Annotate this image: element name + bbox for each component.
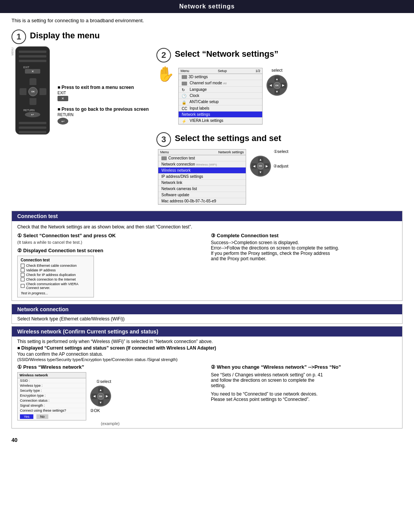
wireless-col-right: ② When you change “Wireless network” -->…	[211, 364, 397, 426]
wireless-screen-row: Wireless network SSID : Wireless type : …	[17, 372, 203, 420]
wireless-row-6: Connect using these settings?	[18, 408, 86, 413]
wireless-header: Wireless network (Confirm Current settin…	[12, 327, 402, 337]
exit-note-title: ■ Press to exit from a menu screen	[58, 85, 149, 90]
net-conn-text: Select Network type (Ethernet cable/Wire…	[17, 316, 125, 322]
menu-row-5: CC Input labels	[179, 105, 262, 112]
step3-select-label: ①select	[274, 149, 289, 154]
conn-test-col-right: ③ Complete Connection test Success-->Com…	[211, 233, 397, 297]
wireless-step1-title: ① Press “Wireless network”	[17, 364, 203, 370]
net-conn-title: Network connection	[17, 306, 69, 312]
menu-row-1: Channel surf mode All	[179, 80, 262, 86]
nm-row-7: Mac address 00-0b-97-7c-65-e9	[158, 198, 246, 204]
wireless-mock-bottom: Yes No	[18, 413, 86, 420]
wireless-step2-title: ② When you change “Wireless network” -->…	[211, 364, 397, 370]
conn-test-title: Connection test	[17, 213, 58, 219]
nm-row-0: Connection test	[158, 155, 246, 161]
remote-control-step1: MENU EXIT ✕ OK	[15, 46, 50, 135]
wireless-note: ■ Displayed “Current settings and status…	[17, 345, 397, 351]
conn-test-header: Connection test	[12, 211, 402, 221]
wireless-body: This setting is performed only when “Wir…	[12, 337, 402, 428]
nm-row-wireless: Wireless network	[158, 167, 246, 174]
step3-remote-area: ①select ▲ ▼ ◀ ▶ OK	[250, 149, 288, 177]
nm-row-5: Network cameras list	[158, 186, 246, 192]
menu-row-7: ⚡ VIERA Link settings	[179, 118, 262, 124]
wireless-desc: This setting is performed only when “Wir…	[17, 339, 397, 344]
conn-check-2: Check for IP address duplication	[21, 273, 90, 277]
wireless-step2-text: See “Sets / Changes wireless network set…	[211, 372, 397, 388]
wireless-row-3: Encryption type :	[18, 393, 86, 398]
menu-row-4: 🔒 ANT/Cable setup	[179, 99, 262, 105]
return-btn-label: RETURN	[58, 113, 149, 117]
return-btn-icon: ↩	[58, 118, 68, 125]
wireless-row-4: Connection status :	[18, 398, 86, 403]
conn-test-col-left: ① Select “Connection test” and press OK …	[17, 233, 203, 297]
step2-number: 2	[156, 48, 171, 62]
wireless-ok-label: ②OK	[90, 408, 100, 413]
conn-progress: Test in progress...	[21, 291, 90, 295]
step3-title: Select the settings and set	[175, 133, 281, 143]
step1-title: Display the menu	[30, 31, 100, 41]
menu-row-2: ↻ Language	[179, 87, 262, 93]
conn-step3-title: ③ Complete Connection test	[211, 233, 397, 238]
dpad[interactable]: OK	[20, 78, 46, 105]
conn-screen-mock: Connection test Check Ethernet cable con…	[17, 256, 94, 297]
step3-number: 3	[156, 132, 171, 147]
wireless-row-0: SSID :	[18, 378, 86, 383]
exit-note: ■ Press to exit from a menu screen EXIT …	[58, 85, 149, 101]
connection-test-section: Connection test Check that the Network s…	[12, 211, 402, 301]
wireless-yes-btn[interactable]: Yes	[20, 414, 33, 419]
nm-row-6: Software update	[158, 192, 246, 198]
menu-row-0: 3D settings	[179, 74, 262, 80]
side-notes: ■ Press to exit from a menu screen EXIT …	[58, 46, 149, 125]
nm-row-3: IP address/DNS settings	[158, 174, 246, 180]
step3-content: Menu Network settings Connection test Ne…	[158, 149, 288, 205]
wireless-row-5: Signal strength :	[18, 403, 86, 408]
conn-check-4: Check communication with VIERA Connect s…	[21, 282, 90, 290]
page-wrapper: Network settings This is a setting for c…	[0, 0, 414, 445]
return-note-title: ■ Press to go back to the previous scree…	[58, 107, 149, 112]
step2-select-label: select	[271, 68, 283, 72]
header-title: Network settings	[179, 3, 235, 10]
main-content: This is a setting for connecting to a br…	[0, 13, 414, 435]
wireless-cols: ① Press “Wireless network” Wireless netw…	[17, 364, 397, 426]
step3-header: 3 Select the settings and set	[156, 131, 288, 147]
step3-remote-row: ▲ ▼ ◀ ▶ OK	[250, 156, 288, 177]
check-box-0	[21, 264, 25, 268]
conn-screen-title: Connection test	[21, 258, 90, 262]
wireless-title: Wireless network (Confirm Current settin…	[17, 328, 158, 335]
page-number: 40	[0, 435, 414, 445]
wireless-row-1: Wireless type :	[18, 383, 86, 388]
net-conn-header: Network connection	[12, 304, 402, 314]
net-conn-body: Select Network type (Ethernet cable/Wire…	[12, 314, 402, 323]
exit-btn-icon: ✕	[58, 96, 68, 101]
network-menu-header: Menu Network settings	[158, 149, 246, 155]
step3-area: 3 Select the settings and set Menu Netwo…	[156, 131, 288, 205]
step2-menu-mock: Menu Setup 1/2 3D settings Channel surf …	[178, 68, 263, 125]
step2-header: 2 Select “Network settings”	[156, 46, 288, 62]
conn-check-0: Check Ethernet cable connection	[21, 264, 90, 268]
wireless-screen-mock: Wireless network SSID : Wireless type : …	[17, 372, 86, 420]
conn-step1-sub: (It takes a while to cancel the test.)	[17, 240, 203, 245]
conn-test-cols: ① Select “Connection test” and press OK …	[17, 233, 397, 297]
wireless-network-section: Wireless network (Confirm Current settin…	[12, 326, 402, 429]
wireless-ssid-note: (SSID/Wireless type/Security type/Encryp…	[17, 357, 397, 362]
menu-row-3: 🕐 Clock	[179, 93, 262, 99]
menu-mock-header: Menu Setup 1/2	[179, 68, 262, 74]
conn-step3-text: Success-->Completion screen is displayed…	[211, 240, 397, 261]
check-box-2	[21, 273, 25, 277]
conn-step1-title: ① Select “Connection test” and press OK	[17, 233, 203, 238]
wireless-note-sub: You can confirm the AP connection status…	[17, 351, 397, 357]
step2-area: 2 Select “Network settings” ✋ Menu Setup	[156, 46, 288, 205]
check-box-4	[21, 284, 25, 288]
menu-row-network: Network settings	[179, 112, 262, 118]
wireless-row-2: Security type :	[18, 388, 86, 393]
step3-action-labels: ②adjust	[273, 164, 288, 169]
wireless-mock-title: Wireless network	[18, 373, 86, 378]
wireless-no-btn[interactable]: No	[36, 414, 49, 419]
remote-img: MENU EXIT ✕ OK	[15, 46, 50, 135]
step3-adjust-label: ②adjust	[273, 164, 288, 169]
check-box-1	[21, 268, 25, 272]
wireless-remote-circle: ▲ ▼ ◀ ▶ OK	[90, 386, 111, 407]
step1-header: 1 Display the menu	[12, 28, 402, 44]
step2-remote-circle: ▲ ▼ ◀ ▶ OK	[266, 75, 288, 96]
